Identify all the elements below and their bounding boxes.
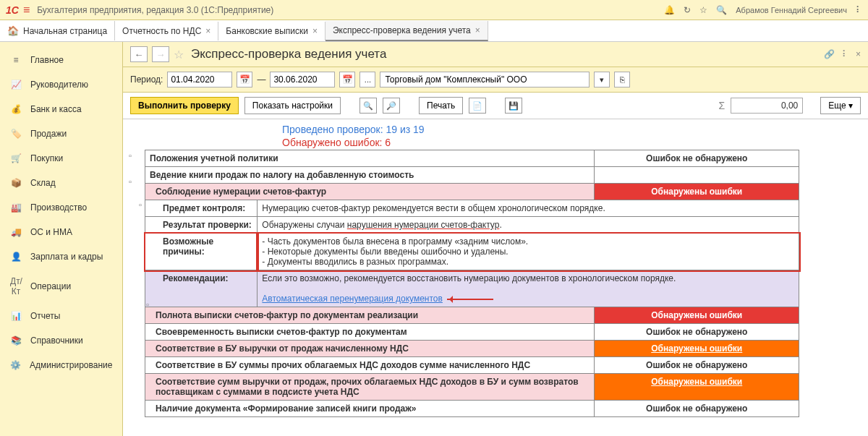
table-row[interactable]: Полнота выписки счетов-фактур по докумен… xyxy=(145,307,799,324)
toggle-icon[interactable]: ▫ xyxy=(146,300,149,309)
toolbar: Выполнить проверку Показать настройки 🔍 … xyxy=(123,93,868,119)
organization-input[interactable] xyxy=(380,72,590,87)
person-icon: 👤 xyxy=(10,252,22,262)
nav-stock[interactable]: 📦Склад xyxy=(0,171,122,195)
violation-link[interactable]: нарушения нумерации счетов-фактур xyxy=(347,220,500,230)
date-from-input[interactable] xyxy=(167,72,232,87)
book-icon: 📚 xyxy=(10,335,22,346)
sum-field[interactable]: 0,00 xyxy=(731,98,803,114)
reports-icon: 📊 xyxy=(10,311,22,321)
nav-manager[interactable]: 📈Руководителю xyxy=(0,72,122,97)
table-row[interactable]: Рекомендации:Если это возможно, рекоменд… xyxy=(145,270,799,307)
top-bar: 1С ≡ Бухгалтерия предприятия, редакция 3… xyxy=(0,0,868,20)
table-row[interactable]: Ведение книги продаж по налогу на добавл… xyxy=(145,167,799,184)
truck-icon: 🚚 xyxy=(10,227,22,237)
bank-icon: 💰 xyxy=(10,104,22,114)
nav-bank[interactable]: 💰Банк и касса xyxy=(0,97,122,121)
calendar-to-button[interactable]: 📅 xyxy=(339,72,355,87)
tab-bar: 🏠Начальная страница Отчетность по НДС× Б… xyxy=(0,20,868,42)
run-check-button[interactable]: Выполнить проверку xyxy=(130,97,239,114)
table-row[interactable]: Соответствие в БУ суммы прочих облагаемы… xyxy=(145,357,799,374)
menu-icon: ≡ xyxy=(10,55,22,65)
nav-ops[interactable]: Дт/КтОперации xyxy=(0,269,122,304)
close-icon[interactable]: × xyxy=(475,25,480,35)
report-area[interactable]: Проведено проверок: 19 из 19 Обнаружено … xyxy=(123,119,868,420)
cart-icon: 🛒 xyxy=(10,153,22,163)
top-actions: 🔔 ↻ ☆ 🔍 Абрамов Геннадий Сергеевич ⠇ xyxy=(664,5,862,15)
close-page-icon[interactable]: × xyxy=(856,49,861,59)
table-row[interactable]: Своевременность выписки счетов-фактур по… xyxy=(145,324,799,341)
checks-done-label: Проведено проверок: 19 из 19 xyxy=(282,124,861,135)
stock-icon: 📦 xyxy=(10,178,22,188)
org-open-button[interactable]: ⎘ xyxy=(614,72,630,87)
save-button[interactable]: 💾 xyxy=(505,98,522,114)
link-icon[interactable]: 🔗 xyxy=(824,49,835,59)
nav-main[interactable]: ≡Главное xyxy=(0,48,122,72)
calendar-from-button[interactable]: 📅 xyxy=(237,72,252,87)
hamburger-icon[interactable]: ≡ xyxy=(23,4,30,17)
show-settings-button[interactable]: Показать настройки xyxy=(244,97,341,114)
sigma-icon[interactable]: Σ xyxy=(719,100,726,111)
table-row[interactable]: Соответствие сумм выручки от продаж, про… xyxy=(145,374,799,401)
toggle-icon[interactable]: ▫ xyxy=(139,200,142,209)
print-button[interactable]: Печать xyxy=(419,97,463,114)
tab-express-check[interactable]: Экспресс-проверка ведения учета× xyxy=(326,21,488,41)
nav-production[interactable]: 🏭Производство xyxy=(0,195,122,220)
nav-admin[interactable]: ⚙️Администрирование xyxy=(0,353,122,377)
toggle-icon[interactable]: ▫ xyxy=(129,177,132,186)
nav-dicts[interactable]: 📚Справочники xyxy=(0,328,122,353)
date-to-input[interactable] xyxy=(270,72,335,87)
zoom-in-button[interactable]: 🔍 xyxy=(359,98,377,114)
report-table: Положения учетной политикиОшибок не обна… xyxy=(145,150,799,417)
toggle-icon[interactable]: ▫ xyxy=(129,151,132,160)
nav-reports[interactable]: 📊Отчеты xyxy=(0,304,122,328)
table-row[interactable]: Предмет контроля:Нумерацию счетов-фактур… xyxy=(145,200,799,217)
tab-home[interactable]: 🏠Начальная страница xyxy=(0,21,115,40)
search-top-icon[interactable]: 🔍 xyxy=(716,5,727,15)
more-button[interactable]: Еще ▾ xyxy=(820,97,861,114)
page-title: Экспресс-проверка ведения учета xyxy=(191,47,820,61)
home-icon: 🏠 xyxy=(7,25,19,36)
forward-button[interactable]: → xyxy=(152,46,169,62)
table-row[interactable]: Наличие документа «Формирование записей … xyxy=(145,401,799,417)
page-title-bar: ← → ☆ Экспресс-проверка ведения учета 🔗 … xyxy=(123,42,868,67)
renumber-link[interactable]: Автоматическая перенумерация документов xyxy=(262,294,443,304)
errors-found-label: Обнаружено ошибок: 6 xyxy=(282,137,861,148)
org-dropdown-button[interactable]: ▾ xyxy=(594,72,610,87)
print-preview-button[interactable]: 📄 xyxy=(469,98,486,114)
app-title: Бухгалтерия предприятия, редакция 3.0 (1… xyxy=(37,5,664,15)
close-icon[interactable]: × xyxy=(205,26,210,36)
ops-icon: Дт/Кт xyxy=(10,276,22,296)
close-icon[interactable]: × xyxy=(312,26,318,36)
period-select-button[interactable]: ... xyxy=(359,72,375,87)
back-button[interactable]: ← xyxy=(130,46,148,62)
table-row[interactable]: Положения учетной политикиОшибок не обна… xyxy=(145,150,799,167)
factory-icon: 🏭 xyxy=(10,202,22,213)
gear-icon: ⚙️ xyxy=(10,360,21,370)
bell-icon[interactable]: 🔔 xyxy=(664,5,675,15)
nav-hr[interactable]: 👤Зарплата и кадры xyxy=(0,244,122,269)
nav-fa[interactable]: 🚚ОС и НМА xyxy=(0,220,122,244)
nav-sales[interactable]: 🏷️Продажи xyxy=(0,121,122,146)
sidebar: ≡Главное 📈Руководителю 💰Банк и касса 🏷️П… xyxy=(0,42,123,436)
tab-bank-statements[interactable]: Банковские выписки× xyxy=(218,22,326,40)
sales-icon: 🏷️ xyxy=(10,129,22,139)
table-row[interactable]: Результат проверки:Обнаружены случаи нар… xyxy=(145,217,799,234)
options-icon[interactable]: ⠇ xyxy=(842,49,848,59)
history-icon[interactable]: ↻ xyxy=(684,5,691,15)
table-row[interactable]: Возможные причины:- Часть документов был… xyxy=(145,234,799,270)
star-icon[interactable]: ☆ xyxy=(699,5,707,15)
table-row[interactable]: Соответствие в БУ выручки от продаж начи… xyxy=(145,341,799,357)
filter-bar: Период: 📅 — 📅 ... ▾ ⎘ xyxy=(123,67,868,93)
chart-icon: 📈 xyxy=(10,80,22,90)
table-row[interactable]: Соблюдение нумерации счетов-фактурОбнару… xyxy=(145,184,799,200)
user-name[interactable]: Абрамов Геннадий Сергеевич xyxy=(736,6,847,14)
tab-vat-reports[interactable]: Отчетность по НДС× xyxy=(115,22,218,40)
period-label: Период: xyxy=(130,74,163,85)
favorite-star-icon[interactable]: ☆ xyxy=(174,48,184,61)
zoom-out-button[interactable]: 🔎 xyxy=(383,98,400,114)
nav-purchases[interactable]: 🛒Покупки xyxy=(0,146,122,171)
logo-1c: 1С xyxy=(6,4,19,16)
arrow-annotation xyxy=(447,296,498,303)
user-menu-icon[interactable]: ⠇ xyxy=(856,5,862,15)
